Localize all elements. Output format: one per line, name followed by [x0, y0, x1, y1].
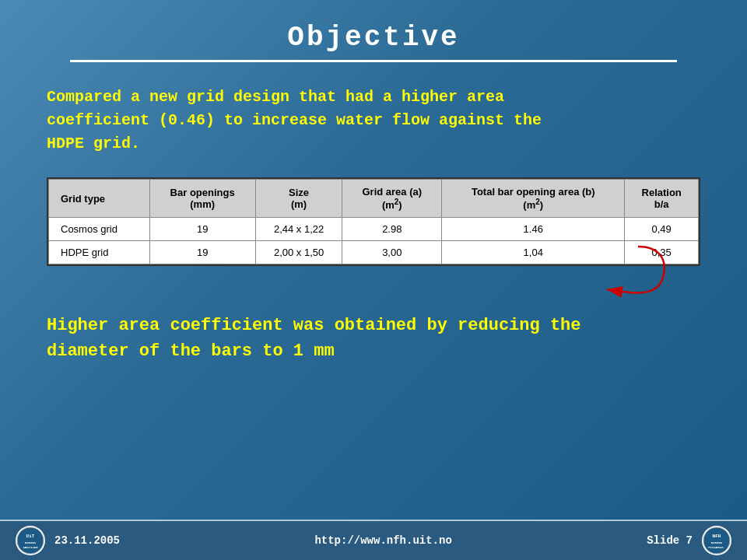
cell-total-bar-2: 1,04 — [442, 241, 625, 264]
svg-text:ARKTISKE: ARKTISKE — [23, 546, 38, 549]
footer-right: Slide 7 NFH NORGES FISKERIH. — [647, 526, 731, 555]
col-header-grid-area: Grid area (a)(m2) — [342, 180, 442, 218]
cell-grid-type-1: Cosmos grid — [49, 218, 150, 241]
cell-relation-1: 0,49 — [625, 218, 699, 241]
cell-relation-2: 0,35 — [625, 241, 699, 264]
slide-title: Objective — [47, 22, 700, 54]
svg-text:FISKERIH.: FISKERIH. — [708, 546, 725, 549]
data-table: Grid type Bar openings(mm) Size(m) Grid … — [48, 179, 699, 264]
intro-line1: Compared a new grid design that had a hi… — [47, 88, 504, 106]
table-header-row: Grid type Bar openings(mm) Size(m) Grid … — [49, 180, 699, 218]
slide: Objective Compared a new grid design tha… — [0, 0, 747, 560]
footer: UiT NORGES ARKTISKE 23.11.2005 http://ww… — [0, 520, 747, 560]
data-table-wrapper: Grid type Bar openings(mm) Size(m) Grid … — [47, 177, 700, 266]
svg-text:NORGES: NORGES — [711, 541, 723, 544]
intro-line2: coefficient (0.46) to increase water flo… — [47, 111, 542, 129]
cell-size-2: 2,00 x 1,50 — [255, 241, 342, 264]
svg-point-1 — [17, 527, 44, 554]
svg-point-5 — [703, 527, 730, 554]
footer-left: UiT NORGES ARKTISKE 23.11.2005 — [16, 526, 120, 555]
footer-date: 23.11.2005 — [54, 534, 120, 547]
footer-slide: Slide 7 — [647, 534, 693, 547]
title-section: Objective — [0, 0, 747, 62]
intro-text: Compared a new grid design that had a hi… — [47, 86, 700, 156]
cell-grid-type-2: HDPE grid — [49, 241, 150, 264]
table-row: Cosmos grid 19 2,44 x 1,22 2.98 1.46 0,4… — [49, 218, 699, 241]
col-header-total-bar: Total bar opening area (b)(m2) — [442, 180, 625, 218]
university-logo-left: UiT NORGES ARKTISKE — [16, 526, 45, 555]
cell-bar-openings-2: 19 — [149, 241, 255, 264]
svg-text:NORGES: NORGES — [25, 541, 37, 544]
col-header-size: Size(m) — [255, 180, 342, 218]
footer-url: http://www.nfh.uit.no — [314, 534, 451, 547]
col-header-grid-type: Grid type — [49, 180, 150, 218]
cell-bar-openings-1: 19 — [149, 218, 255, 241]
cell-grid-area-2: 3,00 — [342, 241, 442, 264]
col-header-bar-openings: Bar openings(mm) — [149, 180, 255, 218]
svg-text:NFH: NFH — [713, 534, 721, 539]
conclusion-text: Higher area coefficient was obtained by … — [47, 313, 700, 364]
table-row: HDPE grid 19 2,00 x 1,50 3,00 1,04 0,35 — [49, 241, 699, 264]
body-section: Compared a new grid design that had a hi… — [0, 62, 747, 560]
university-logo-right: NFH NORGES FISKERIH. — [702, 526, 731, 555]
conclusion-line2: diameter of the bars to 1 mm — [47, 341, 335, 361]
intro-line3: HDPE grid. — [47, 135, 140, 152]
svg-text:UiT: UiT — [26, 534, 35, 539]
col-header-relation: Relationb/a — [625, 180, 699, 218]
conclusion-line1: Higher area coefficient was obtained by … — [47, 316, 581, 335]
cell-grid-area-1: 2.98 — [342, 218, 442, 241]
cell-size-1: 2,44 x 1,22 — [255, 218, 342, 241]
cell-total-bar-1: 1.46 — [442, 218, 625, 241]
